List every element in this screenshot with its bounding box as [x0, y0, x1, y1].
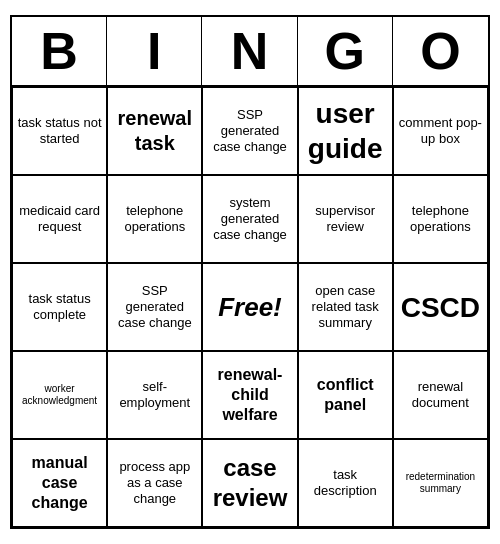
letter-b: B [12, 17, 107, 85]
letter-o: O [393, 17, 488, 85]
cell-4[interactable]: comment pop-up box [393, 87, 488, 175]
cell-15[interactable]: worker acknowledgment [12, 351, 107, 439]
cell-13[interactable]: open case related task summary [298, 263, 393, 351]
bingo-card: B I N G O task status not started renewa… [10, 15, 490, 529]
cell-1[interactable]: renewal task [107, 87, 202, 175]
cell-0[interactable]: task status not started [12, 87, 107, 175]
cell-free[interactable]: Free! [202, 263, 297, 351]
cell-17[interactable]: renewal-child welfare [202, 351, 297, 439]
cell-23[interactable]: task description [298, 439, 393, 527]
bingo-header: B I N G O [12, 17, 488, 87]
cell-14[interactable]: CSCD [393, 263, 488, 351]
cell-16[interactable]: self-employment [107, 351, 202, 439]
cell-19[interactable]: renewal document [393, 351, 488, 439]
letter-g: G [298, 17, 393, 85]
cell-20[interactable]: manual case change [12, 439, 107, 527]
letter-i: I [107, 17, 202, 85]
cell-21[interactable]: process app as a case change [107, 439, 202, 527]
cell-10[interactable]: task status complete [12, 263, 107, 351]
cell-5[interactable]: medicaid card request [12, 175, 107, 263]
cell-7[interactable]: system generated case change [202, 175, 297, 263]
cell-18[interactable]: conflict panel [298, 351, 393, 439]
cell-24[interactable]: redetermination summary [393, 439, 488, 527]
cell-3[interactable]: user guide [298, 87, 393, 175]
cell-8[interactable]: supervisor review [298, 175, 393, 263]
cell-6[interactable]: telephone operations [107, 175, 202, 263]
cell-2[interactable]: SSP generated case change [202, 87, 297, 175]
letter-n: N [202, 17, 297, 85]
cell-9[interactable]: telephone operations [393, 175, 488, 263]
cell-22[interactable]: case review [202, 439, 297, 527]
cell-11[interactable]: SSP generated case change [107, 263, 202, 351]
bingo-grid: task status not started renewal task SSP… [12, 87, 488, 527]
